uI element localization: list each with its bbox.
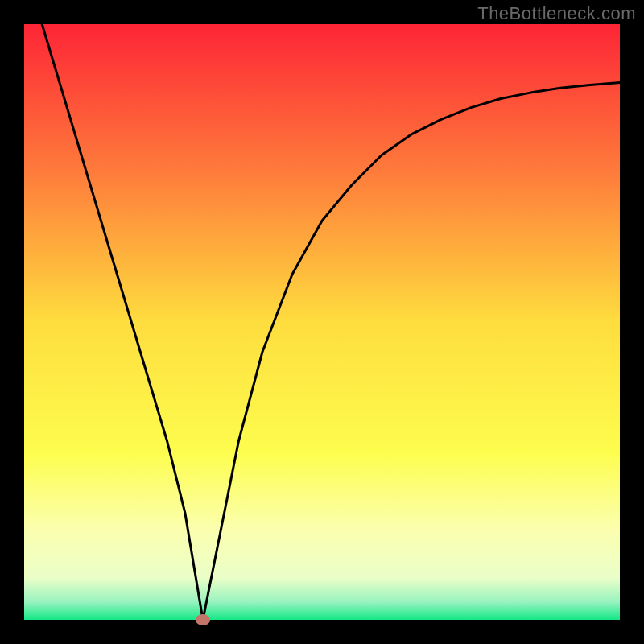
watermark-text: TheBottleneck.com <box>477 3 636 24</box>
chart-container: TheBottleneck.com <box>0 0 644 644</box>
chart-gradient-bg <box>24 24 620 620</box>
optimal-point-marker <box>196 614 210 625</box>
bottleneck-chart <box>0 0 644 644</box>
